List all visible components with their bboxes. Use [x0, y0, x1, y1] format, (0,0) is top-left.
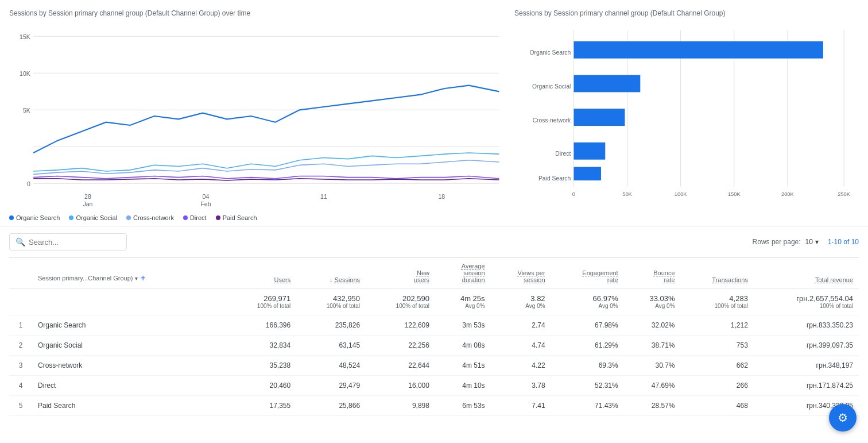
avg-duration-col-header[interactable]: Averagesessionduration: [435, 258, 491, 288]
chevron-down-icon: ▾: [815, 238, 819, 246]
table-row: 3 Cross-network 35,238 48,524 22,644 4m …: [9, 356, 859, 376]
dimension-dropdown-icon[interactable]: ▾: [135, 275, 138, 282]
svg-text:11: 11: [320, 193, 327, 200]
bounce-rate-col-header[interactable]: Bouncerate: [624, 258, 681, 288]
svg-text:0: 0: [27, 180, 30, 187]
svg-rect-32: [574, 109, 625, 126]
engagement-rate-col-header[interactable]: Engagementrate: [551, 258, 624, 288]
svg-text:Organic Search: Organic Search: [529, 49, 571, 56]
rows-per-page-select[interactable]: 10 ▾: [805, 238, 819, 246]
sessions-col-header[interactable]: ↓ Sessions: [296, 258, 366, 288]
svg-text:28: 28: [84, 193, 91, 200]
views-per-session-col-header[interactable]: Views persession: [491, 258, 551, 288]
search-container[interactable]: 🔍: [9, 233, 127, 251]
search-input[interactable]: [29, 238, 121, 246]
svg-text:0: 0: [572, 191, 575, 197]
table-row: 4 Direct 20,460 29,479 16,000 4m 10s 3.7…: [9, 376, 859, 396]
svg-text:200K: 200K: [781, 191, 794, 197]
line-chart: 15K 10K 5K 0 28 Jan 04 Feb 11 18: [9, 24, 505, 210]
dimension-col-header[interactable]: Session primary...Channel Group) ▾ +: [32, 258, 227, 288]
svg-rect-30: [574, 75, 640, 93]
svg-text:250K: 250K: [838, 191, 850, 197]
users-col-header[interactable]: Users: [227, 258, 296, 288]
svg-text:Cross-network: Cross-network: [533, 117, 571, 124]
svg-text:150K: 150K: [728, 191, 741, 197]
svg-text:Paid Search: Paid Search: [538, 175, 571, 182]
table-row: 5 Paid Search 17,355 25,866 9,898 6m 53s…: [9, 396, 859, 416]
chart-legend: Organic Search Organic Social Cross-netw…: [9, 214, 505, 221]
totals-row: 269,971 100% of total 432,950 100% of to…: [9, 288, 859, 315]
svg-text:5K: 5K: [23, 107, 30, 114]
svg-rect-36: [574, 167, 601, 180]
svg-text:Organic Social: Organic Social: [532, 83, 571, 90]
svg-text:18: 18: [439, 193, 445, 200]
add-column-button[interactable]: +: [140, 273, 145, 283]
svg-text:50K: 50K: [622, 191, 632, 197]
svg-text:Feb: Feb: [200, 201, 211, 207]
search-icon: 🔍: [16, 237, 25, 246]
settings-icon: ⚙: [838, 411, 848, 425]
data-table: Session primary...Channel Group) ▾ + Use…: [9, 258, 859, 416]
legend-paid-search[interactable]: Paid Search: [216, 214, 257, 221]
svg-text:15K: 15K: [20, 33, 30, 40]
svg-text:Direct: Direct: [555, 150, 571, 157]
svg-rect-28: [574, 41, 823, 59]
table-row: 1 Organic Search 166,396 235,826 122,609…: [9, 315, 859, 336]
line-chart-title: Sessions by Session primary channel grou…: [9, 9, 505, 17]
legend-organic-social[interactable]: Organic Social: [69, 214, 117, 221]
svg-rect-34: [574, 142, 605, 160]
rank-col-header: [9, 258, 32, 288]
bar-chart-title: Sessions by Session primary channel grou…: [514, 9, 859, 17]
rows-per-page-label: Rows per page:: [753, 238, 801, 246]
total-revenue-col-header[interactable]: Total revenue: [754, 258, 859, 288]
svg-text:Jan: Jan: [83, 201, 92, 207]
legend-direct[interactable]: Direct: [183, 214, 207, 221]
table-controls: 🔍 Rows per page: 10 ▾ 1-10 of 10: [9, 226, 859, 258]
page-info: 1-10 of 10: [828, 238, 859, 246]
table-row: 2 Organic Social 32,834 63,145 22,256 4m…: [9, 336, 859, 356]
svg-text:100K: 100K: [675, 191, 687, 197]
legend-organic-search[interactable]: Organic Search: [9, 214, 60, 221]
pagination-controls: Rows per page: 10 ▾ 1-10 of 10: [753, 238, 859, 246]
new-users-col-header[interactable]: Newusers: [366, 258, 435, 288]
legend-cross-network[interactable]: Cross-network: [126, 214, 174, 221]
transactions-col-header[interactable]: Transactions: [681, 258, 754, 288]
svg-text:04: 04: [203, 193, 210, 200]
svg-text:10K: 10K: [20, 70, 30, 77]
